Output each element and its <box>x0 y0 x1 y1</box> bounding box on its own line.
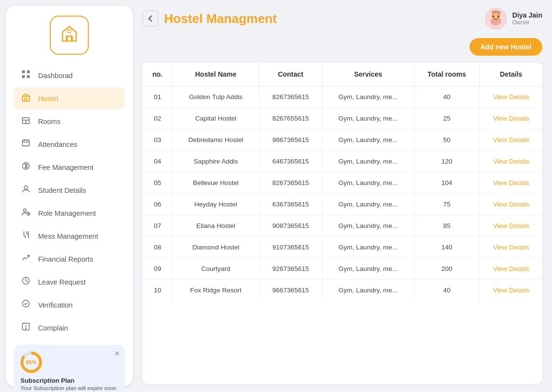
user-name: Diya Jain <box>512 11 542 19</box>
sidebar-item-rooms[interactable]: Rooms <box>14 110 125 132</box>
subscription-desc: Your Subscription plan will expire soon … <box>20 384 118 392</box>
sidebar-item-student[interactable]: Student Details <box>14 179 125 201</box>
table-row: 01 Golden Tulp Addis 8267365615 Gym, Lau… <box>143 86 542 108</box>
svg-rect-5 <box>27 75 30 78</box>
cell-contact: 9267365615 <box>259 258 322 280</box>
table-row: 09 Courtyard 9267365615 Gym, Laundry, me… <box>143 258 542 280</box>
table-row: 06 Heyday Hostel 6367365615 Gym, Laundry… <box>143 194 542 215</box>
svg-point-11 <box>24 186 28 189</box>
cell-details: View Details <box>480 237 542 258</box>
cell-hostel-name: Bellevue Hostel <box>173 172 259 194</box>
view-details-link[interactable]: View Details <box>493 158 529 165</box>
svg-rect-0 <box>67 36 71 41</box>
cell-contact: 6367365615 <box>259 194 322 215</box>
view-details-link[interactable]: View Details <box>493 93 529 101</box>
cell-no: 01 <box>143 86 173 108</box>
cell-details: View Details <box>480 108 542 129</box>
sidebar-item-mess[interactable]: Mess Management <box>14 225 125 247</box>
cell-details: View Details <box>480 151 542 172</box>
sidebar-item-label: Financial Reports <box>38 255 93 263</box>
sidebar-item-label: Fee Management <box>38 164 94 171</box>
cell-hostel-name: Golden Tulp Addis <box>173 86 259 108</box>
add-hostel-button[interactable]: Add new Hostel <box>470 38 542 56</box>
sidebar-item-label: Leave Request <box>38 278 86 286</box>
cell-hostel-name: Debredamo Hostel <box>173 129 259 151</box>
cell-services: Gym, Laundry, me... <box>322 129 414 151</box>
cell-total-rooms: 200 <box>414 258 480 280</box>
fee-icon <box>20 162 31 173</box>
view-details-link[interactable]: View Details <box>493 115 529 122</box>
sidebar-item-role[interactable]: Role Management <box>14 202 125 224</box>
table-header-row: no. Hostel Name Contact Services Total r… <box>143 62 542 86</box>
svg-point-17 <box>25 328 26 329</box>
cell-services: Gym, Laundry, me... <box>322 151 414 172</box>
svg-rect-1 <box>68 30 71 33</box>
cell-contact: 8267365615 <box>259 172 322 194</box>
subscription-close-button[interactable]: ✕ <box>114 350 120 357</box>
sidebar-item-dashboard[interactable]: Dashborad <box>14 64 125 86</box>
cell-total-rooms: 120 <box>414 151 480 172</box>
main-content: Hostel Managment Diya Jain Owner <box>139 0 552 392</box>
view-details-link[interactable]: View Details <box>493 136 529 144</box>
dashboard-icon <box>20 70 31 81</box>
cell-total-rooms: 104 <box>414 172 480 194</box>
cell-contact: 9867365615 <box>259 129 322 151</box>
cell-contact: 8267365615 <box>259 86 322 108</box>
svg-point-29 <box>497 16 499 18</box>
subscription-title: Subscription Plan <box>20 377 118 384</box>
svg-rect-6 <box>22 96 29 101</box>
sidebar-item-label: Dashborad <box>38 72 73 80</box>
logo-icon <box>59 22 80 48</box>
svg-point-12 <box>23 209 26 212</box>
view-details-link[interactable]: View Details <box>493 244 529 251</box>
sidebar-item-label: Hostel <box>38 95 58 103</box>
cell-total-rooms: 85 <box>414 215 480 237</box>
cell-services: Gym, Laundry, me... <box>322 172 414 194</box>
user-role: Owner <box>512 19 542 26</box>
view-details-link[interactable]: View Details <box>493 287 529 294</box>
cell-hostel-name: Courtyard <box>173 258 259 280</box>
cell-no: 03 <box>143 129 173 151</box>
sidebar-logo <box>6 16 133 55</box>
svg-point-28 <box>492 16 494 18</box>
cell-contact: 9107365615 <box>259 237 322 258</box>
view-details-link[interactable]: View Details <box>493 201 529 208</box>
sidebar-item-attendances[interactable]: Attendances <box>14 133 125 155</box>
sidebar: Dashborad Hostel Rooms Attendances Fee M… <box>6 6 133 386</box>
cell-details: View Details <box>480 194 542 215</box>
cell-hostel-name: Heyday Hostel <box>173 194 259 215</box>
sidebar-item-complain[interactable]: Complain <box>14 317 125 339</box>
view-details-link[interactable]: View Details <box>493 179 529 186</box>
content-header: Add new Hostel <box>143 38 542 56</box>
back-button[interactable] <box>143 11 158 26</box>
student-icon <box>20 185 31 196</box>
user-info: Diya Jain Owner <box>512 11 542 26</box>
sidebar-item-fee[interactable]: Fee Management <box>14 156 125 178</box>
sidebar-item-hostel[interactable]: Hostel <box>14 87 125 109</box>
cell-services: Gym, Laundry, me... <box>322 237 414 258</box>
sidebar-item-label: Attendances <box>38 141 78 148</box>
cell-total-rooms: 140 <box>414 237 480 258</box>
sidebar-item-financial[interactable]: Financial Reports <box>14 248 125 270</box>
view-details-link[interactable]: View Details <box>493 222 529 229</box>
sidebar-item-label: Role Management <box>38 209 96 217</box>
cell-hostel-name: Eliana Hostel <box>173 215 259 237</box>
subscription-header: 86% <box>20 351 118 373</box>
cell-details: View Details <box>480 129 542 151</box>
svg-rect-7 <box>25 98 27 101</box>
hostel-icon <box>20 93 31 104</box>
sidebar-item-verification[interactable]: Verification <box>14 294 125 316</box>
sidebar-item-label: Verification <box>38 301 73 309</box>
col-details: Details <box>480 62 542 86</box>
nav-items: Dashborad Hostel Rooms Attendances Fee M… <box>6 64 133 340</box>
header-right: Diya Jain Owner <box>485 8 542 29</box>
cell-details: View Details <box>480 280 542 301</box>
cell-services: Gym, Laundry, me... <box>322 215 414 237</box>
cell-hostel-name: Sapphire Addis <box>173 151 259 172</box>
rooms-icon <box>20 116 31 127</box>
financial-icon <box>20 253 31 265</box>
cell-hostel-name: Fox Ridge Resort <box>173 280 259 301</box>
subscription-card: ✕ 86% Subscription Plan Your Subscriptio… <box>14 345 125 392</box>
view-details-link[interactable]: View Details <box>493 265 529 272</box>
sidebar-item-leave[interactable]: Leave Request <box>14 271 125 293</box>
